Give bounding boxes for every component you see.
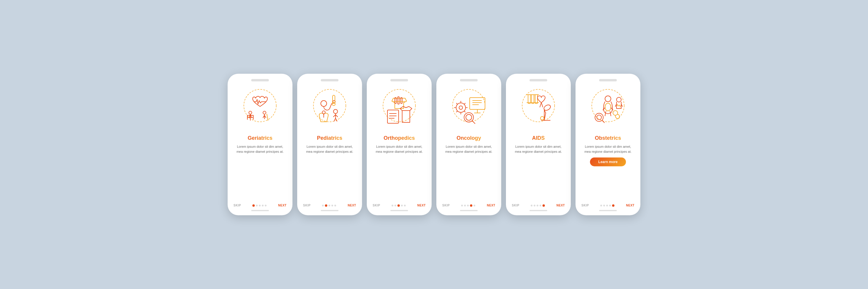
phone-notch-oncology [460, 79, 478, 82]
svg-point-73 [605, 103, 611, 111]
next-label-geriatrics[interactable]: NEXT [278, 204, 286, 207]
footer-obstetrics: SKIP NEXT [580, 204, 636, 207]
dots-pediatrics [322, 204, 336, 207]
next-label-aids[interactable]: NEXT [556, 204, 565, 207]
dot-5 [473, 205, 475, 206]
dot-5 [612, 204, 615, 207]
bottom-bar-aids [530, 210, 547, 211]
svg-point-78 [613, 110, 618, 115]
card-title-oncology: Oncology [456, 135, 481, 141]
dots-oncology [461, 204, 475, 207]
svg-point-19 [334, 109, 338, 114]
card-title-aids: AIDS [532, 135, 545, 141]
dot-4 [609, 205, 611, 206]
dot-1 [600, 205, 602, 206]
next-label-pediatrics[interactable]: NEXT [348, 204, 356, 207]
dots-obstetrics [600, 204, 615, 207]
dot-5 [265, 205, 267, 206]
skip-label-aids[interactable]: SKIP [512, 204, 519, 207]
dot-3 [606, 205, 608, 206]
dot-3 [259, 205, 261, 206]
svg-line-56 [472, 121, 475, 124]
footer-pediatrics: SKIP NEXT [302, 204, 357, 207]
svg-line-46 [464, 103, 465, 104]
dot-2 [395, 205, 396, 206]
svg-point-9 [263, 111, 266, 114]
svg-rect-59 [532, 95, 534, 103]
bottom-bar-orthopedics [390, 210, 408, 211]
svg-point-83 [597, 115, 601, 120]
card-title-pediatrics: Pediatrics [317, 135, 342, 141]
svg-rect-29 [398, 97, 399, 104]
phone-notch-obstetrics [599, 79, 617, 82]
svg-rect-48 [470, 98, 485, 109]
svg-point-38 [456, 103, 466, 113]
phone-notch-aids [530, 79, 547, 82]
dot-2 [534, 205, 535, 206]
footer-aids: SKIP NEXT [511, 204, 566, 207]
card-title-orthopedics: Orthopedics [383, 135, 415, 141]
skip-label-pediatrics[interactable]: SKIP [303, 204, 310, 207]
svg-line-44 [456, 103, 457, 104]
svg-point-2 [249, 111, 252, 114]
dot-4 [401, 205, 403, 206]
phone-orthopedics: Orthopedics Lorem ipsum dolor sit dim am… [367, 74, 432, 215]
footer-orthopedics: SKIP NEXT [371, 204, 427, 207]
card-text-obstetrics: Lorem ipsum dolor sit dim amet, mea regi… [580, 144, 636, 154]
svg-line-63 [540, 103, 541, 107]
phone-pediatrics: Pediatrics Lorem ipsum dolor sit dim ame… [297, 74, 362, 215]
svg-line-21 [334, 115, 336, 117]
illustration-obstetrics [584, 85, 631, 132]
next-label-oncology[interactable]: NEXT [487, 204, 495, 207]
dot-2 [325, 204, 327, 207]
dot-5 [542, 204, 545, 207]
footer-geriatrics: SKIP NEXT [232, 204, 288, 207]
svg-point-25 [322, 111, 325, 114]
dot-1 [392, 205, 393, 206]
card-text-geriatrics: Lorem ipsum dolor sit dim amet, mea regi… [232, 144, 288, 154]
svg-line-64 [541, 103, 543, 107]
dot-2 [464, 205, 466, 206]
phone-notch-orthopedics [390, 79, 408, 82]
svg-line-77 [610, 111, 611, 116]
bottom-bar-oncology [460, 210, 478, 211]
dot-1 [531, 205, 532, 206]
dot-2 [256, 205, 258, 206]
svg-rect-58 [528, 95, 530, 103]
phone-notch-pediatrics [321, 79, 338, 82]
svg-line-84 [602, 120, 604, 123]
dot-1 [322, 205, 324, 206]
svg-point-15 [321, 101, 327, 106]
bottom-bar-obstetrics [599, 210, 617, 211]
phone-aids: AIDS Lorem ipsum dolor sit dim amet, mea… [506, 74, 571, 215]
skip-label-oncology[interactable]: SKIP [442, 204, 450, 207]
dot-3 [329, 205, 330, 206]
svg-point-14 [313, 89, 346, 122]
learn-more-button[interactable]: Learn more [590, 158, 626, 166]
svg-point-72 [605, 96, 611, 102]
dot-4 [262, 205, 264, 206]
svg-point-55 [466, 115, 472, 120]
footer-oncology: SKIP NEXT [441, 204, 497, 207]
svg-line-76 [605, 111, 606, 116]
skip-label-obstetrics[interactable]: SKIP [582, 204, 589, 207]
svg-point-39 [459, 106, 463, 109]
phone-notch [251, 79, 269, 82]
dot-4 [332, 205, 333, 206]
svg-line-23 [334, 118, 336, 121]
skip-label-geriatrics[interactable]: SKIP [234, 204, 241, 207]
next-label-orthopedics[interactable]: NEXT [417, 204, 426, 207]
skip-label-orthopedics[interactable]: SKIP [373, 204, 380, 207]
phones-container: Geriatrics Lorem ipsum dolor sit dim ame… [228, 74, 640, 215]
illustration-pediatrics [306, 85, 353, 132]
illustration-geriatrics [237, 85, 284, 132]
dot-1 [252, 204, 255, 207]
svg-line-47 [456, 111, 457, 112]
dot-1 [461, 205, 463, 206]
svg-rect-32 [388, 110, 399, 123]
next-label-obstetrics[interactable]: NEXT [626, 204, 634, 207]
card-text-orthopedics: Lorem ipsum dolor sit dim amet, mea regi… [371, 144, 427, 154]
dot-5 [404, 205, 406, 206]
illustration-orthopedics [376, 85, 423, 132]
phone-obstetrics: Obstetrics Lorem ipsum dolor sit dim ame… [576, 74, 640, 215]
